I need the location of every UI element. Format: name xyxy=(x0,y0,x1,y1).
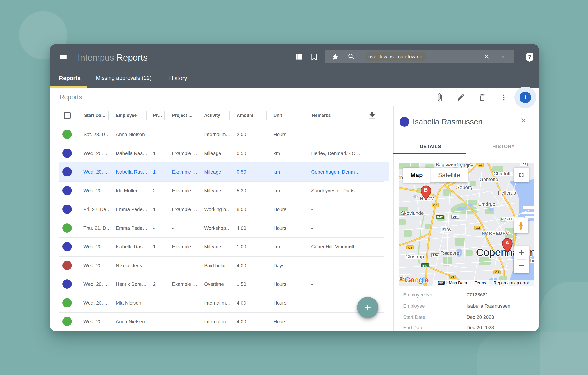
svg-text:Bagsværd: Bagsværd xyxy=(436,163,458,167)
svg-text:Hellerup: Hellerup xyxy=(498,190,516,196)
svg-text:O2: O2 xyxy=(476,226,480,229)
svg-text:Søborg: Søborg xyxy=(456,185,472,190)
svg-text:Gentofte: Gentofte xyxy=(480,177,498,182)
svg-text:E47: E47 xyxy=(422,264,428,267)
svg-text:br: br xyxy=(530,258,534,263)
svg-text:21: 21 xyxy=(451,275,454,279)
svg-text:ek: ek xyxy=(399,275,405,281)
svg-text:Skovlunde: Skovlunde xyxy=(401,210,424,216)
svg-text:O2: O2 xyxy=(495,271,499,274)
svg-text:211: 211 xyxy=(453,215,458,219)
svg-text:Islev: Islev xyxy=(441,227,452,232)
svg-text:O3: O3 xyxy=(408,246,412,249)
svg-text:Emdrup: Emdrup xyxy=(478,201,495,207)
svg-text:156: 156 xyxy=(433,254,438,257)
svg-text:B: B xyxy=(424,187,428,193)
svg-text:O3: O3 xyxy=(433,203,437,207)
svg-text:Glostrup: Glostrup xyxy=(405,254,424,260)
svg-text:Charlotte: Charlotte xyxy=(494,171,513,177)
svg-text:Lyngby: Lyngby xyxy=(458,163,473,168)
svg-text:E47: E47 xyxy=(437,216,442,219)
svg-text:152: 152 xyxy=(521,163,526,166)
svg-text:A: A xyxy=(505,240,509,246)
svg-text:NØRREBRO: NØRREBRO xyxy=(482,231,510,236)
svg-text:19: 19 xyxy=(479,163,483,166)
svg-text:Rødovre: Rødovre xyxy=(441,250,459,256)
